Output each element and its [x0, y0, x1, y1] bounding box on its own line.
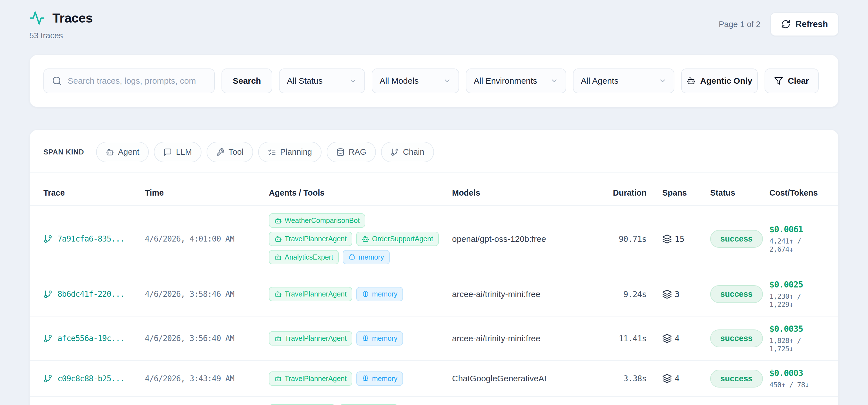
- environments-filter-dropdown[interactable]: All Environments: [466, 68, 566, 93]
- layers-icon: [662, 374, 672, 383]
- trace-duration: 90.71s: [598, 234, 647, 244]
- table-row[interactable]: 37818643-5b5... 4/6/2026, 3:14:01 AM wea…: [30, 397, 838, 405]
- column-header-agents-tools: Agents / Tools: [269, 188, 452, 197]
- span-kind-chip-rag[interactable]: RAG: [327, 142, 376, 162]
- brain-icon: [362, 290, 369, 298]
- chevron-down-icon: [550, 77, 558, 85]
- traces-table-card: SPAN KIND Agent LLM Tool Planning RAG: [29, 129, 839, 405]
- trace-span-count: 4: [647, 334, 694, 343]
- trace-id-link[interactable]: 8b6dc41f-220...: [58, 289, 125, 299]
- status-badge: success: [710, 230, 763, 248]
- chevron-down-icon: [443, 77, 451, 85]
- refresh-button[interactable]: Refresh: [770, 12, 839, 36]
- column-header-spans: Spans: [647, 188, 694, 197]
- trace-models: openai/gpt-oss-120b:free: [452, 234, 598, 244]
- trace-span-count: 3: [647, 289, 694, 299]
- activity-icon: [29, 10, 45, 26]
- trace-id-link[interactable]: afce556a-19c...: [58, 334, 125, 343]
- agent-tag[interactable]: TravelPlannerAgent: [269, 331, 352, 346]
- column-header-trace: Trace: [43, 188, 145, 197]
- span-kind-chip-planning[interactable]: Planning: [258, 142, 321, 162]
- trace-span-count: 15: [647, 234, 694, 244]
- trace-time: 4/6/2026, 3:58:46 AM: [145, 289, 269, 299]
- layers-icon: [662, 334, 672, 343]
- agent-tag[interactable]: TravelPlannerAgent: [269, 232, 352, 246]
- trace-models: ChatGoogleGenerativeAI: [452, 374, 598, 383]
- trace-id-link[interactable]: c09c8c88-b25...: [58, 374, 125, 383]
- clear-filters-button[interactable]: Clear: [765, 68, 819, 93]
- models-filter-dropdown[interactable]: All Models: [372, 68, 459, 93]
- trace-cost-tokens: $0.0025 1,230↑ / 1,229↓: [759, 280, 825, 309]
- status-badge: success: [710, 330, 763, 347]
- search-input[interactable]: [68, 76, 206, 86]
- search-icon: [52, 76, 62, 86]
- bot-icon: [686, 76, 695, 85]
- git-branch-icon: [43, 235, 53, 244]
- column-header-status: Status: [694, 188, 759, 197]
- table-row[interactable]: c09c8c88-b25... 4/6/2026, 3:43:49 AM Tra…: [30, 361, 838, 397]
- span-kind-chip-llm[interactable]: LLM: [154, 142, 201, 162]
- table-row[interactable]: afce556a-19c... 4/6/2026, 3:56:40 AM Tra…: [30, 316, 838, 361]
- span-kind-chip-tool[interactable]: Tool: [207, 142, 253, 162]
- bot-icon: [275, 254, 282, 261]
- column-header-models: Models: [452, 188, 598, 197]
- brain-icon: [362, 335, 369, 342]
- agent-tag[interactable]: WeatherComparisonBot: [269, 213, 365, 228]
- agentic-only-button[interactable]: Agentic Only: [681, 68, 758, 93]
- trace-time: 4/6/2026, 3:43:49 AM: [145, 374, 269, 383]
- trace-id-link[interactable]: 7a91cfa6-835...: [58, 234, 125, 244]
- agent-tag[interactable]: AnalyticsExpert: [269, 250, 339, 264]
- column-header-cost-tokens: Cost/Tokens: [759, 188, 825, 197]
- span-kind-chip-agent[interactable]: Agent: [96, 142, 149, 162]
- table-header: Trace Time Agents / Tools Models Duratio…: [30, 173, 838, 206]
- span-kind-chip-chain[interactable]: Chain: [381, 142, 434, 162]
- status-filter-dropdown[interactable]: All Status: [279, 68, 365, 93]
- trace-tokens: 1,828↑ / 1,725↓: [769, 337, 825, 353]
- trace-cost-tokens: $0.0003 450↑ / 78↓: [759, 368, 825, 389]
- trace-tokens: 4,241↑ / 2,674↓: [769, 237, 825, 253]
- search-button[interactable]: Search: [221, 68, 272, 93]
- status-badge: success: [710, 370, 763, 387]
- memory-tag[interactable]: memory: [356, 287, 403, 301]
- trace-cost-tokens: $0.0035 1,828↑ / 1,725↓: [759, 324, 825, 353]
- brain-icon: [348, 254, 355, 261]
- traces-page: Traces 53 traces Page 1 of 2 Refresh Sea…: [0, 0, 868, 405]
- bot-icon: [275, 335, 282, 342]
- trace-tokens: 450↑ / 78↓: [769, 381, 825, 389]
- memory-tag[interactable]: memory: [343, 250, 390, 264]
- agent-tag[interactable]: OrderSupportAgent: [356, 232, 439, 246]
- page-title: Traces: [53, 10, 93, 26]
- git-branch-icon: [43, 334, 53, 343]
- agents-filter-dropdown[interactable]: All Agents: [573, 68, 674, 93]
- table-row[interactable]: 8b6dc41f-220... 4/6/2026, 3:58:46 AM Tra…: [30, 272, 838, 316]
- agents-tools-list: TravelPlannerAgentmemory: [269, 331, 452, 346]
- span-kind-filter-row: SPAN KIND Agent LLM Tool Planning RAG: [30, 130, 838, 173]
- memory-tag[interactable]: memory: [356, 331, 403, 346]
- trace-duration: 3.38s: [598, 374, 647, 383]
- trace-tokens: 1,230↑ / 1,229↓: [769, 292, 825, 309]
- agent-tag[interactable]: TravelPlannerAgent: [269, 287, 352, 301]
- trace-models: arcee-ai/trinity-mini:free: [452, 334, 598, 343]
- status-badge: success: [710, 285, 763, 303]
- span-kind-label: SPAN KIND: [43, 148, 84, 156]
- refresh-icon: [781, 20, 790, 29]
- agents-tools-list: TravelPlannerAgentmemory: [269, 371, 452, 386]
- search-box: [43, 68, 215, 93]
- page-header: Traces 53 traces Page 1 of 2 Refresh: [29, 10, 839, 40]
- bot-icon: [106, 148, 114, 156]
- agent-tag[interactable]: TravelPlannerAgent: [269, 371, 352, 386]
- bot-icon: [275, 217, 282, 224]
- filter-bar: Search All Status All Models All Environ…: [29, 54, 839, 107]
- memory-tag[interactable]: memory: [356, 371, 403, 386]
- bot-icon: [275, 375, 282, 382]
- brain-icon: [362, 375, 369, 382]
- chevron-down-icon: [659, 77, 666, 85]
- database-icon: [336, 148, 345, 156]
- git-branch-icon: [43, 374, 53, 383]
- table-body: 7a91cfa6-835... 4/6/2026, 4:01:00 AM Wea…: [30, 206, 838, 405]
- layers-icon: [662, 234, 672, 244]
- agents-tools-list: TravelPlannerAgentmemory: [269, 287, 452, 301]
- list-checks-icon: [268, 148, 276, 156]
- bot-icon: [275, 290, 282, 298]
- table-row[interactable]: 7a91cfa6-835... 4/6/2026, 4:01:00 AM Wea…: [30, 206, 838, 272]
